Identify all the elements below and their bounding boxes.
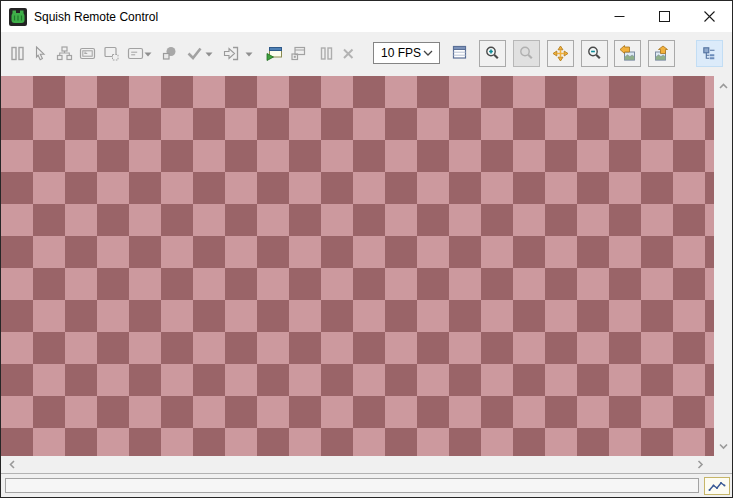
chevron-down-icon: [718, 441, 729, 451]
maximize-icon: [659, 11, 670, 22]
statusbar: [1, 473, 732, 497]
scroll-up-button[interactable]: [717, 80, 729, 92]
squish-remote-control-window: Squish Remote Control: [0, 0, 733, 498]
titlebar: Squish Remote Control: [1, 1, 732, 32]
zoom-out-icon: [586, 45, 603, 62]
performance-graph-button[interactable]: [704, 477, 730, 495]
minimize-icon: [614, 11, 625, 22]
exit-dropdown-icon: [245, 52, 253, 57]
launch-aut-icon[interactable]: [266, 45, 283, 62]
pause-columns-icon: [9, 45, 26, 62]
minimize-button[interactable]: [597, 1, 642, 32]
close-icon: [704, 11, 715, 22]
chevron-left-icon: [7, 459, 17, 470]
pan-move-button[interactable]: [547, 40, 574, 67]
snapshot-save-button[interactable]: [648, 40, 675, 67]
scroll-down-button[interactable]: [717, 440, 729, 452]
close-button[interactable]: [687, 1, 732, 32]
fps-select[interactable]: 10 FPS: [373, 42, 440, 64]
chevron-right-icon: [695, 459, 705, 470]
zoom-original-icon: [518, 45, 535, 62]
maximize-button[interactable]: [642, 1, 687, 32]
snapshot-load-button[interactable]: [614, 40, 641, 67]
zoom-original-button: [513, 40, 540, 67]
scroll-left-button[interactable]: [6, 458, 18, 470]
record-icon: [161, 45, 178, 62]
tree-view-button[interactable]: [696, 40, 723, 67]
zoom-in-button[interactable]: [479, 40, 506, 67]
chevron-down-icon: [423, 50, 433, 56]
pick-cursor-icon: [32, 45, 49, 62]
fps-value: 10 FPS: [381, 46, 421, 60]
zoom-in-icon: [484, 45, 501, 62]
exit-icon: [223, 45, 240, 62]
line-chart-icon: [707, 480, 727, 493]
grid-table-icon[interactable]: [451, 44, 468, 61]
toolbar: 10 FPS: [1, 32, 732, 76]
object-menu-icon: [127, 45, 144, 62]
scroll-right-button[interactable]: [694, 458, 706, 470]
chevron-up-icon: [718, 81, 729, 91]
pan-move-icon: [552, 45, 569, 62]
close-x-icon: [340, 45, 357, 62]
inspect-object-icon: [79, 45, 96, 62]
horizontal-scrollbar[interactable]: [1, 456, 714, 473]
copy-object-icon: [103, 45, 120, 62]
verify-check-icon: [186, 45, 203, 62]
window-controls: [597, 1, 732, 32]
window-title: Squish Remote Control: [34, 10, 158, 24]
remote-screen-view[interactable]: [1, 76, 714, 456]
object-map-icon: [56, 45, 73, 62]
pause-icon: [318, 45, 335, 62]
snapshot-load-icon: [619, 45, 636, 62]
status-message-field: [5, 478, 699, 493]
object-menu-dropdown-icon: [144, 52, 152, 57]
snapshot-save-icon: [653, 45, 670, 62]
tree-view-icon: [701, 45, 718, 62]
verify-dropdown-icon: [205, 52, 213, 57]
squish-logo-icon: [9, 8, 27, 26]
attach-window-icon: [290, 45, 307, 62]
zoom-out-button[interactable]: [581, 40, 608, 67]
vertical-scrollbar[interactable]: [714, 76, 732, 456]
